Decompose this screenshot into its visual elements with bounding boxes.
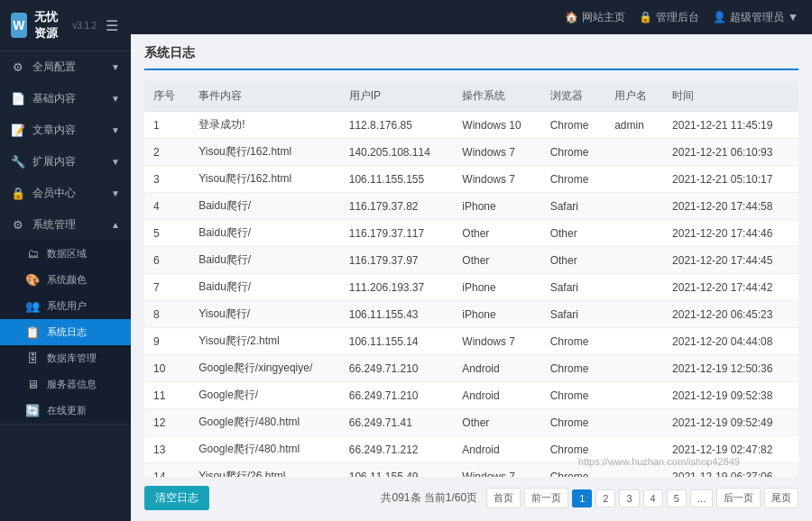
page-3-button[interactable]: 3 [619, 489, 639, 507]
sidebar-item-wenneirong[interactable]: 📝 文章内容 ▼ [0, 114, 131, 146]
table-cell: Safari [541, 193, 605, 220]
col-browser: 浏览器 [541, 81, 605, 112]
users-icon: 👥 [25, 299, 40, 313]
table-cell: 66.249.71.210 [340, 382, 454, 409]
table-cell [605, 463, 663, 478]
table-cell [605, 247, 663, 274]
table-cell: Baidu爬行/ [189, 193, 340, 220]
arrow-icon: ▼ [111, 157, 120, 167]
manage-backend-link[interactable]: 🔒 管理后台 [639, 10, 699, 25]
col-serial: 序号 [144, 81, 189, 112]
sidebar-item-shujuqyu[interactable]: 🗂 数据区域 [0, 241, 131, 267]
data-icon: 🗂 [25, 247, 40, 260]
last-page-button[interactable]: 尾页 [764, 488, 798, 508]
table-cell: 2021-12-20 17:44:45 [663, 247, 798, 274]
admin-user-link[interactable]: 👤 超级管理员 ▼ [713, 10, 798, 25]
page-4-button[interactable]: 4 [643, 489, 663, 507]
sidebar-item-xitongrizhi[interactable]: 📋 系统日志 [0, 319, 131, 345]
table-row: 4Baidu爬行/116.179.37.82iPhoneSafari2021-1… [144, 193, 798, 220]
table-cell: 2021-12-19 09:52:38 [663, 382, 798, 409]
table-cell: 12 [144, 409, 189, 436]
table-body: 1登录成功!112.8.176.85Windows 10Chromeadmin2… [144, 112, 798, 478]
table-cell: Baidu爬行/ [189, 220, 340, 247]
table-row: 7Baidu爬行/111.206.193.37iPhoneSafari2021-… [144, 274, 798, 301]
table-row: 11Google爬行/66.249.71.210AndroidChrome202… [144, 382, 798, 409]
table-cell: 2021-12-21 06:10:93 [663, 139, 798, 166]
table-cell: Chrome [541, 436, 605, 463]
table-container: 序号 事件内容 用户IP 操作系统 浏览器 用户名 时间 1登录成功!112.8… [144, 81, 798, 477]
table-cell: Google爬行/xingyeqiye/ [189, 355, 340, 382]
table-row: 2Yisou爬行/162.html140.205.108.114Windows … [144, 139, 798, 166]
sidebar-item-zaixiangengxin[interactable]: 🔄 在线更新 [0, 398, 131, 424]
table-cell: Chrome [541, 463, 605, 478]
pagination-info: 共091条 当前1/60页 [381, 490, 477, 506]
sidebar-item-shujukuguanli[interactable]: 🗄 数据库管理 [0, 345, 131, 371]
color-icon: 🎨 [25, 273, 40, 287]
table-row: 14Yisou爬行/26.html106.11.155.49Windows 7C… [144, 463, 798, 478]
table-cell: 4 [144, 193, 189, 220]
table-cell: 66.249.71.212 [340, 436, 454, 463]
table-cell: 2021-12-20 17:44:42 [663, 274, 798, 301]
sidebar-item-xitongyonghu[interactable]: 👥 系统用户 [0, 293, 131, 319]
page-1-button[interactable]: 1 [572, 489, 592, 507]
table-cell: 2021-12-20 17:44:46 [663, 220, 798, 247]
content-area: 系统日志 序号 事件内容 用户IP 操作系统 浏览器 用户名 时间 1登录成功!… [131, 34, 812, 521]
menu-toggle-button[interactable]: ☰ [104, 13, 120, 38]
table-cell: Baidu爬行/ [189, 274, 340, 301]
update-icon: 🔄 [25, 404, 40, 417]
table-cell: 116.179.37.97 [340, 247, 454, 274]
sidebar-item-jichuneironng[interactable]: 📄 基础内容 ▼ [0, 83, 131, 114]
table-cell: iPhone [453, 274, 540, 301]
page-title: 系统日志 [144, 45, 798, 70]
table-cell [605, 355, 663, 382]
table-cell: 登录成功! [189, 112, 340, 139]
prev-page-button[interactable]: 前一页 [524, 488, 568, 508]
table-cell: Other [541, 220, 605, 247]
table-cell [605, 436, 663, 463]
table-cell: 112.8.176.85 [340, 112, 454, 139]
col-event: 事件内容 [189, 81, 340, 112]
sidebar-item-fuwuqixinxi[interactable]: 🖥 服务器信息 [0, 371, 131, 398]
top-header: 🏠 网站主页 🔒 管理后台 👤 超级管理员 ▼ [131, 0, 812, 34]
table-cell [605, 409, 663, 436]
page-5-button[interactable]: 5 [667, 489, 687, 507]
sidebar-item-label: 服务器信息 [47, 378, 97, 391]
table-cell: 3 [144, 166, 189, 193]
page-2-button[interactable]: 2 [595, 489, 615, 507]
sidebar: W 无忧资源 v3.1.2 ☰ ⚙ 全局配置 ▼ 📄 基础内容 ▼ 📝 文章内容… [0, 0, 131, 521]
sidebar-logo: W 无忧资源 v3.1.2 ☰ [0, 0, 131, 51]
table-cell: 8 [144, 301, 189, 328]
table-cell: 5 [144, 220, 189, 247]
first-page-button[interactable]: 首页 [486, 488, 521, 508]
sidebar-item-huiyuanzhongxin[interactable]: 🔒 会员中心 ▼ [0, 178, 131, 209]
next-page-button[interactable]: 后一页 [716, 488, 761, 508]
arrow-icon: ▼ [111, 94, 120, 104]
website-home-link[interactable]: 🏠 网站主页 [565, 10, 625, 25]
sidebar-item-quanjupeizhi[interactable]: ⚙ 全局配置 ▼ [0, 51, 131, 83]
sidebar-item-kuozhanneirong[interactable]: 🔧 扩展内容 ▼ [0, 146, 131, 178]
table-cell: iPhone [453, 301, 540, 328]
system-icon: ⚙ [11, 218, 25, 232]
table-cell: 2021-12-19 06:37:06 [663, 463, 798, 478]
table-cell: Chrome [541, 382, 605, 409]
table-cell: 140.205.108.114 [340, 139, 454, 166]
table-cell: Other [453, 220, 540, 247]
col-ip: 用户IP [340, 81, 454, 112]
doc-icon: 📄 [11, 92, 25, 105]
table-cell: Safari [541, 301, 605, 328]
table-cell [605, 166, 663, 193]
sidebar-item-xitongguanli[interactable]: ⚙ 系统管理 ▲ [0, 209, 131, 241]
table-cell: Yisou爬行/26.html [189, 463, 340, 478]
arrow-icon: ▼ [111, 125, 120, 135]
dropdown-arrow-icon: ▼ [788, 11, 798, 23]
table-cell [605, 193, 663, 220]
table-cell: Windows 7 [453, 166, 540, 193]
table-cell: Other [453, 247, 540, 274]
page-ellipsis-button[interactable]: ... [690, 489, 713, 507]
table-row: 8Yisou爬行/106.11.155.43iPhoneSafari2021-1… [144, 301, 798, 328]
table-cell: Windows 10 [453, 112, 540, 139]
sidebar-item-label: 系统颜色 [47, 273, 87, 287]
clear-log-button[interactable]: 清空日志 [144, 486, 209, 510]
table-cell: Windows 7 [453, 328, 540, 355]
sidebar-item-xitongyansi[interactable]: 🎨 系统颜色 [0, 267, 131, 293]
